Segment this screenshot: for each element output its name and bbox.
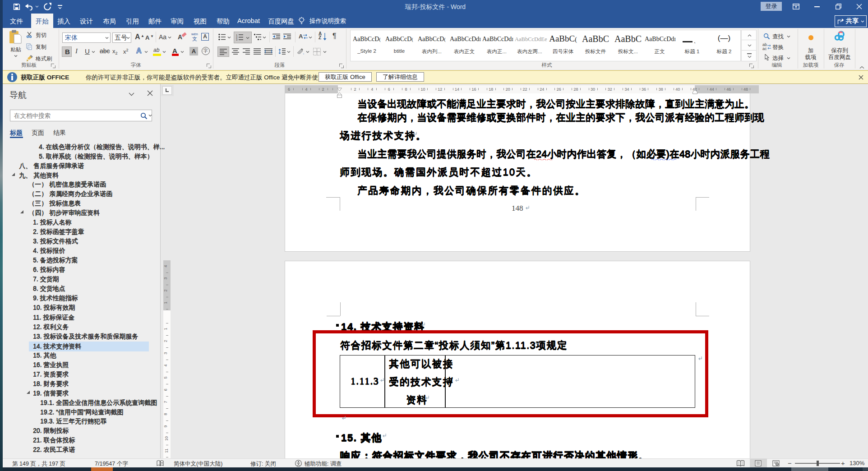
svg-text:3: 3 bbox=[236, 38, 238, 41]
